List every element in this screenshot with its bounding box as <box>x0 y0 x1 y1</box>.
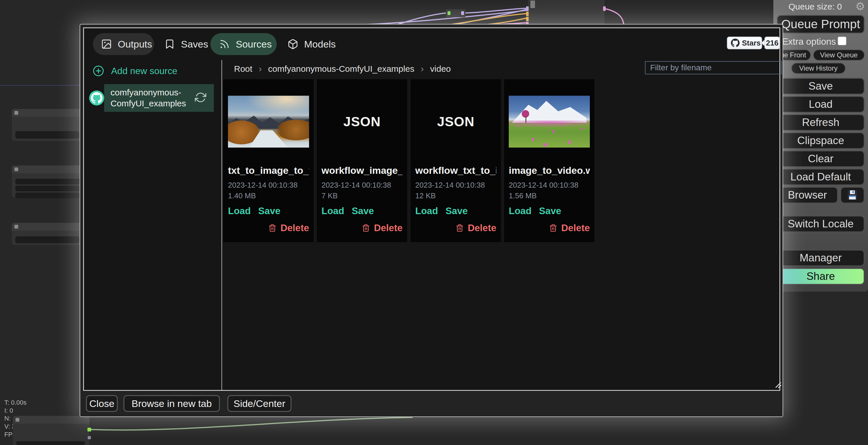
input-slot[interactable] <box>526 17 529 21</box>
load-link[interactable]: Load <box>228 205 251 216</box>
node-widget[interactable] <box>16 441 85 445</box>
load-link[interactable]: Load <box>321 205 344 216</box>
delete-label: Delete <box>561 222 590 234</box>
collapse-icon[interactable] <box>14 167 18 171</box>
node-widget[interactable] <box>15 185 82 192</box>
output-slot[interactable] <box>603 6 606 11</box>
clear-button[interactable]: Clear <box>777 150 865 167</box>
browse-in-new-tab-button[interactable]: Browse in new tab <box>124 395 220 412</box>
save-button[interactable]: Save <box>777 78 865 95</box>
stars-label: Stars <box>742 39 761 47</box>
filter-input[interactable] <box>645 61 782 74</box>
node-title-bar[interactable] <box>13 416 89 424</box>
delete-button[interactable]: Delete <box>268 222 309 234</box>
workflow-node[interactable] <box>12 223 82 245</box>
rss-icon <box>219 39 230 49</box>
output-slot[interactable] <box>447 11 451 15</box>
workflow-node[interactable] <box>13 416 89 445</box>
load-link[interactable]: Load <box>509 205 531 216</box>
load-link[interactable]: Load <box>415 205 438 216</box>
file-card: txt_to_image_to_v 2023-12-14 00:10:38 1.… <box>223 79 314 242</box>
output-slot[interactable] <box>87 428 91 432</box>
github-icon <box>731 39 740 47</box>
input-slot[interactable] <box>526 6 529 11</box>
breadcrumb-repo[interactable]: comfyanonymous-ComfyUI_examples <box>268 64 414 74</box>
refresh-source-icon[interactable] <box>195 92 206 104</box>
tab-sources[interactable]: Sources <box>210 33 277 55</box>
file-thumbnail[interactable]: JSON <box>415 96 496 147</box>
image-icon <box>101 39 112 49</box>
tab-label: Outputs <box>118 39 152 50</box>
bookmark-icon <box>164 39 175 49</box>
github-source-icon <box>89 91 104 105</box>
workflow-node[interactable] <box>12 109 82 141</box>
file-date: 2023-12-14 00:10:38 <box>509 181 590 190</box>
workflow-node[interactable] <box>528 0 604 24</box>
share-button[interactable]: Share <box>777 268 865 285</box>
source-name: comfyanonymous- ComfyUI_examples <box>111 87 186 109</box>
refresh-button[interactable]: Refresh <box>777 114 865 131</box>
github-stars-button[interactable]: Stars <box>727 37 762 49</box>
node-title-bar[interactable] <box>12 109 82 117</box>
output-slot[interactable] <box>88 436 91 439</box>
save-workflow-button[interactable] <box>840 187 865 203</box>
save-link[interactable]: Save <box>352 205 374 216</box>
source-item[interactable]: comfyanonymous- ComfyUI_examples <box>104 84 214 112</box>
node-widget[interactable] <box>15 179 82 184</box>
workflow-node[interactable] <box>12 165 82 197</box>
delete-button[interactable]: Delete <box>456 222 496 234</box>
star-count-value: 216 <box>766 39 778 47</box>
gear-icon[interactable]: ⚙ <box>855 0 865 13</box>
modal-footer: Close Browse in new tab Side/Center <box>80 390 783 416</box>
delete-button[interactable]: Delete <box>549 222 590 234</box>
node-title-bar[interactable] <box>12 165 82 173</box>
json-type-label: JSON <box>415 96 496 147</box>
clipspace-button[interactable]: Clipspace <box>777 132 865 149</box>
view-history-button[interactable]: View History <box>791 63 845 74</box>
file-thumbnail[interactable]: JSON <box>321 96 403 147</box>
file-thumbnail[interactable] <box>509 96 590 147</box>
tab-outputs[interactable]: Outputs <box>93 33 154 55</box>
manager-button[interactable]: Manager <box>777 249 865 266</box>
save-link[interactable]: Save <box>445 205 468 216</box>
resize-handle-icon[interactable] <box>773 380 782 389</box>
trash-icon <box>362 224 370 232</box>
tab-saves[interactable]: Saves <box>161 33 208 55</box>
add-new-source-button[interactable]: Add new source <box>93 65 177 77</box>
view-queue-button[interactable]: View Queue <box>813 49 865 61</box>
side-center-button[interactable]: Side/Center <box>227 395 291 412</box>
chevron-right-icon: › <box>421 63 424 74</box>
comfyui-browser-modal: Outputs Saves Sources Models <box>80 24 783 417</box>
input-slot[interactable] <box>526 11 529 16</box>
tab-models[interactable]: Models <box>284 33 336 55</box>
input-slot[interactable] <box>461 11 464 15</box>
add-new-source-label: Add new source <box>111 66 177 76</box>
switch-locale-button[interactable]: Switch Locale <box>777 215 865 232</box>
save-link[interactable]: Save <box>258 205 280 216</box>
file-size: 7 KB <box>321 192 403 200</box>
floppy-disk-icon <box>847 190 858 201</box>
collapse-icon[interactable] <box>14 111 18 115</box>
delete-button[interactable]: Delete <box>362 222 403 234</box>
github-star-count[interactable]: 216 <box>765 37 780 49</box>
node-widget[interactable] <box>15 236 80 243</box>
collapse-icon[interactable] <box>16 418 19 422</box>
node-widget[interactable] <box>15 131 80 139</box>
file-name: workflow_txt_to_i <box>415 165 496 176</box>
delete-label: Delete <box>374 222 403 234</box>
browser-button[interactable]: Browser <box>777 187 838 203</box>
collapse-icon[interactable] <box>14 225 18 229</box>
breadcrumb-root[interactable]: Root <box>234 64 252 74</box>
load-button[interactable]: Load <box>777 96 865 113</box>
node-title-bar[interactable] <box>12 223 82 231</box>
queue-prompt-button[interactable]: Queue Prompt <box>777 15 865 33</box>
extra-options-checkbox[interactable] <box>837 36 847 45</box>
collapse-icon[interactable] <box>530 1 535 8</box>
node-widget[interactable] <box>15 193 82 198</box>
load-default-button[interactable]: Load Default <box>777 169 865 185</box>
tab-label: Sources <box>236 39 272 50</box>
save-link[interactable]: Save <box>539 205 561 216</box>
file-thumbnail[interactable] <box>228 96 309 147</box>
close-button[interactable]: Close <box>86 395 118 412</box>
breadcrumb-folder[interactable]: video <box>430 64 451 74</box>
